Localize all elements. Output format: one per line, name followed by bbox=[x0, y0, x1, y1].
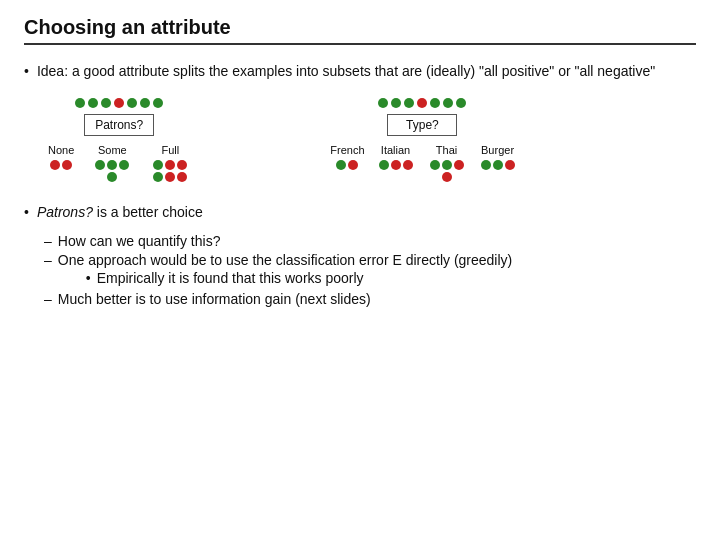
dot bbox=[101, 98, 111, 108]
dot bbox=[442, 172, 452, 182]
sub-item-3: – Much better is to use information gain… bbox=[44, 291, 696, 307]
diagram1-top-dots bbox=[75, 98, 163, 108]
branch-burger-label: Burger bbox=[481, 144, 514, 156]
dot bbox=[107, 172, 117, 182]
dot bbox=[95, 160, 105, 170]
dot bbox=[391, 98, 401, 108]
bullet-1-text: Idea: a good attribute splits the exampl… bbox=[37, 61, 655, 82]
dot bbox=[505, 160, 515, 170]
diagram1-branches: None Some Full bbox=[48, 142, 190, 182]
branch-burger: Burger bbox=[481, 142, 515, 182]
branch-some-dots bbox=[92, 160, 132, 182]
branch-full-dots bbox=[150, 160, 190, 182]
dot bbox=[430, 98, 440, 108]
branch-none: None bbox=[48, 142, 74, 182]
branch-some: Some bbox=[92, 142, 132, 182]
dot bbox=[481, 160, 491, 170]
dash-2: – bbox=[44, 252, 52, 268]
dot bbox=[153, 98, 163, 108]
branch-full: Full bbox=[150, 142, 190, 182]
dot bbox=[493, 160, 503, 170]
branch-italian-label: Italian bbox=[381, 144, 410, 156]
dot bbox=[403, 160, 413, 170]
branch-none-label: None bbox=[48, 144, 74, 156]
bullet-1: • Idea: a good attribute splits the exam… bbox=[24, 61, 696, 82]
bullet-2: • Patrons? is a better choice bbox=[24, 202, 696, 223]
dot bbox=[417, 98, 427, 108]
dot bbox=[165, 160, 175, 170]
sub-item-2-content: One approach would be to use the classif… bbox=[58, 252, 512, 288]
sub-item-2: – One approach would be to use the class… bbox=[44, 252, 696, 288]
bullet-2-rest: is a better choice bbox=[93, 204, 203, 220]
diagram2-node: Type? bbox=[387, 114, 457, 136]
dot bbox=[127, 98, 137, 108]
sub-list: – How can we quantify this? – One approa… bbox=[44, 233, 696, 307]
branch-thai-label: Thai bbox=[436, 144, 457, 156]
sub-sub-item-1: • Empirically it is found that this work… bbox=[86, 270, 512, 286]
dot bbox=[50, 160, 60, 170]
branch-full-label: Full bbox=[161, 144, 179, 156]
bullet-dot-2: • bbox=[24, 204, 29, 220]
sub-sub-item-1-text: Empirically it is found that this works … bbox=[97, 270, 364, 286]
dot bbox=[177, 160, 187, 170]
dot bbox=[140, 98, 150, 108]
branch-none-dots bbox=[50, 160, 72, 170]
dot bbox=[456, 98, 466, 108]
dot bbox=[443, 98, 453, 108]
dot bbox=[391, 160, 401, 170]
page-title: Choosing an attribute bbox=[24, 16, 696, 45]
diagram2-branches: French Italian Thai bbox=[330, 142, 514, 182]
dot bbox=[430, 160, 440, 170]
branch-thai: Thai bbox=[427, 142, 467, 182]
sub-item-2-text: One approach would be to use the classif… bbox=[58, 252, 512, 268]
dot bbox=[75, 98, 85, 108]
diagram1-node: Patrons? bbox=[84, 114, 154, 136]
dash-3: – bbox=[44, 291, 52, 307]
bullet-symbol: • bbox=[86, 270, 91, 286]
branch-some-label: Some bbox=[98, 144, 127, 156]
dot bbox=[165, 172, 175, 182]
dot bbox=[153, 172, 163, 182]
diagram-patrons: Patrons? None Some bbox=[48, 98, 190, 182]
dot bbox=[378, 98, 388, 108]
branch-french: French bbox=[330, 142, 364, 182]
branch-italian: Italian bbox=[379, 142, 413, 182]
dot bbox=[119, 160, 129, 170]
dot bbox=[107, 160, 117, 170]
dot bbox=[177, 172, 187, 182]
sub-item-1: – How can we quantify this? bbox=[44, 233, 696, 249]
dot bbox=[454, 160, 464, 170]
sub-item-3-text: Much better is to use information gain (… bbox=[58, 291, 371, 307]
dot bbox=[153, 160, 163, 170]
dot bbox=[404, 98, 414, 108]
bullet-2-text: Patrons? is a better choice bbox=[37, 202, 203, 223]
dot bbox=[442, 160, 452, 170]
diagrams-row: Patrons? None Some bbox=[48, 98, 696, 182]
branch-thai-dots bbox=[427, 160, 467, 182]
branch-italian-dots bbox=[379, 160, 413, 170]
dash-1: – bbox=[44, 233, 52, 249]
diagram-type: Type? French Italian Tha bbox=[330, 98, 514, 182]
bullet-dot-1: • bbox=[24, 63, 29, 79]
branch-french-label: French bbox=[330, 144, 364, 156]
branch-french-dots bbox=[336, 160, 358, 170]
dot bbox=[62, 160, 72, 170]
diagram2-top-dots bbox=[378, 98, 466, 108]
branch-burger-dots bbox=[481, 160, 515, 170]
dot bbox=[348, 160, 358, 170]
bullet-2-italic: Patrons? bbox=[37, 204, 93, 220]
dot bbox=[379, 160, 389, 170]
dot bbox=[336, 160, 346, 170]
dot bbox=[88, 98, 98, 108]
sub-item-1-text: How can we quantify this? bbox=[58, 233, 221, 249]
sub-sub-list: • Empirically it is found that this work… bbox=[86, 270, 512, 286]
dot bbox=[114, 98, 124, 108]
